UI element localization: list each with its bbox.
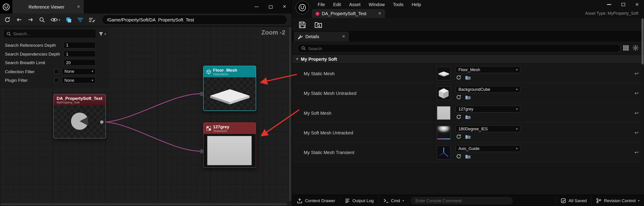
- asset-thumbnail[interactable]: [437, 86, 450, 100]
- details-search-input[interactable]: [308, 46, 616, 51]
- window-title: Reference Viewer: [16, 4, 77, 9]
- duplicate-view-icon[interactable]: [66, 17, 72, 23]
- property-row-my-static-mesh: My Static Mesh Floor_Mesh ▾ ↩: [292, 64, 644, 83]
- use-selected-asset-icon[interactable]: [456, 114, 462, 120]
- browse-to-asset-icon[interactable]: [314, 21, 322, 28]
- collection-filter-checkbox[interactable]: [54, 69, 59, 74]
- grey-texture-thumbnail: [207, 136, 252, 165]
- use-selected-asset-icon[interactable]: [456, 134, 462, 139]
- details-search-box[interactable]: [297, 44, 620, 53]
- all-saved-button[interactable]: All Saved: [556, 195, 591, 206]
- gear-icon[interactable]: [632, 45, 638, 51]
- category-header-my-property-soft[interactable]: ▾ My Property Soft: [292, 54, 644, 64]
- asset-thumbnail[interactable]: [437, 126, 450, 140]
- input-pin[interactable]: [200, 92, 204, 96]
- setting-label: Search Breadth Limit: [5, 60, 64, 65]
- graph-node-127grey[interactable]: 127grey Texture2D: [203, 122, 256, 168]
- asset-dropdown[interactable]: Axis_Guide ▾: [456, 145, 520, 152]
- minimize-button[interactable]: [250, 0, 264, 14]
- details-panel: ▾ My Property Soft My Static Mesh Floor_…: [292, 42, 644, 195]
- output-log-button[interactable]: Output Log: [340, 195, 378, 206]
- graph-search-box[interactable]: [4, 29, 96, 38]
- menu-asset[interactable]: Asset: [345, 0, 364, 9]
- asset-thumbnail[interactable]: [437, 67, 450, 81]
- asset-tab-title: DA_PropertySoft_Test: [322, 11, 376, 16]
- asset-dropdown[interactable]: Floor_Mesh ▾: [456, 66, 520, 73]
- plugin-filter-dropdown[interactable]: None ▾: [62, 77, 96, 84]
- save-icon[interactable]: [298, 21, 306, 29]
- plugin-filter-checkbox[interactable]: [54, 78, 59, 83]
- asset-path-field[interactable]: [102, 15, 287, 25]
- asset-dropdown[interactable]: 127grey ▾: [456, 105, 520, 112]
- revision-control-dropdown[interactable]: Revision Control ▾: [592, 195, 644, 206]
- cmd-dropdown[interactable]: Cmd ▾: [379, 195, 408, 206]
- asset-thumbnail[interactable]: [437, 106, 450, 120]
- graph-horizontal-scrollbar[interactable]: [0, 202, 288, 206]
- refresh-icon[interactable]: [4, 17, 10, 23]
- menu-tools[interactable]: Tools: [389, 0, 408, 9]
- menu-file[interactable]: File: [314, 0, 329, 9]
- menu-window[interactable]: Window: [365, 0, 389, 9]
- visibility-dropdown[interactable]: ▾: [50, 17, 60, 22]
- search-dependencies-depth-input[interactable]: [64, 51, 96, 57]
- asset-dropdown[interactable]: 180Degree_IES ▾: [456, 125, 520, 132]
- search-referencers-depth-input[interactable]: [64, 42, 96, 48]
- graph-node-da-propertysoft-test[interactable]: DA_PropertySoft_Test MyProperty_Soft: [53, 94, 106, 138]
- maximize-button[interactable]: [264, 0, 278, 14]
- asset-type-label: Asset Type: MyProperty_Soft: [585, 9, 638, 18]
- back-icon[interactable]: [16, 17, 22, 23]
- reset-to-default-icon[interactable]: ↩: [634, 123, 638, 142]
- reset-to-default-icon[interactable]: ↩: [634, 103, 638, 122]
- window-tab[interactable]: Reference Viewer ✕: [12, 0, 84, 14]
- filter-list-icon[interactable]: [77, 17, 83, 22]
- reset-to-default-icon[interactable]: ↩: [634, 83, 638, 103]
- node-title: 127grey: [213, 124, 229, 129]
- content-drawer-button[interactable]: Content Drawer: [292, 195, 340, 206]
- use-selected-asset-icon[interactable]: [456, 154, 462, 159]
- asset-editor-toolbar: [292, 18, 644, 32]
- chevron-down-icon: ▾: [516, 68, 518, 71]
- reset-to-default-icon[interactable]: ↩: [634, 142, 638, 162]
- use-selected-asset-icon[interactable]: [456, 75, 462, 80]
- use-selected-asset-icon[interactable]: [456, 94, 462, 100]
- node-title: Floor_Mesh: [213, 67, 237, 72]
- graph-vertical-scrollbar[interactable]: [288, 26, 292, 202]
- input-pin[interactable]: [200, 149, 204, 153]
- collection-filter-dropdown[interactable]: None ▾: [62, 68, 96, 75]
- close-button[interactable]: ✕: [278, 0, 292, 14]
- static-mesh-icon: [206, 69, 211, 74]
- browse-to-asset-icon[interactable]: [465, 95, 471, 100]
- graph-search-input[interactable]: [13, 31, 93, 36]
- minimize-button[interactable]: [602, 0, 616, 9]
- close-icon[interactable]: ✕: [342, 35, 345, 38]
- console-command-input[interactable]: [411, 197, 513, 204]
- forward-icon[interactable]: [28, 17, 34, 23]
- details-tab-title: Details: [305, 34, 340, 39]
- asset-dropdown[interactable]: BackgroundCube ▾: [456, 86, 520, 93]
- output-pin[interactable]: [100, 120, 104, 124]
- browse-to-asset-icon[interactable]: [465, 134, 471, 139]
- edit-filters-icon[interactable]: [88, 17, 95, 22]
- asset-thumbnail[interactable]: [437, 145, 450, 159]
- details-tab[interactable]: Details ✕: [294, 32, 349, 42]
- browse-to-asset-icon[interactable]: [465, 75, 471, 80]
- close-icon[interactable]: ✕: [77, 5, 80, 9]
- graph-node-floor-mesh[interactable]: Floor_Mesh StaticMesh: [203, 66, 256, 111]
- browse-to-asset-icon[interactable]: [465, 115, 471, 119]
- browse-to-asset-icon[interactable]: [465, 154, 471, 159]
- asset-tab[interactable]: DA_PropertySoft_Test ✕: [312, 9, 385, 18]
- menu-help[interactable]: Help: [408, 0, 425, 9]
- find-path-icon[interactable]: [39, 17, 45, 23]
- details-scrollbar[interactable]: [642, 19, 644, 194]
- setting-row: Plugin Filter None ▾: [0, 76, 109, 85]
- details-tab-strip: Details ✕: [292, 32, 644, 42]
- search-filter-dropdown[interactable]: ▾: [98, 31, 106, 36]
- close-icon[interactable]: ✕: [378, 12, 381, 15]
- reset-to-default-icon[interactable]: ↩: [634, 64, 638, 83]
- close-button[interactable]: ✕: [630, 0, 644, 9]
- column-view-icon[interactable]: [623, 45, 629, 51]
- node-thumbnail: [204, 134, 256, 167]
- menu-edit[interactable]: Edit: [329, 0, 345, 9]
- maximize-button[interactable]: [616, 0, 630, 9]
- search-breadth-limit-input[interactable]: [64, 59, 96, 66]
